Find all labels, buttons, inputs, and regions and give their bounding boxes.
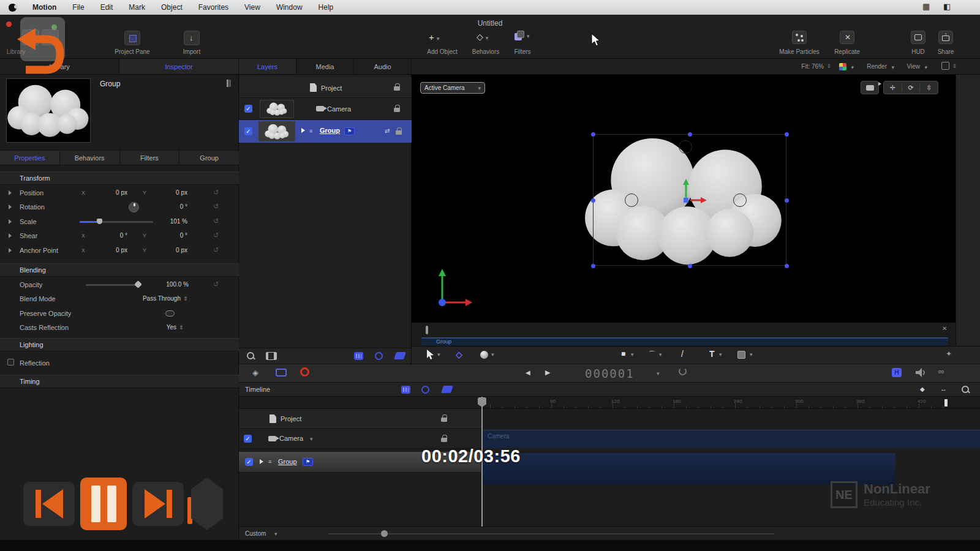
tab-properties[interactable]: Properties: [0, 151, 60, 165]
scale-slider-knob[interactable]: [97, 219, 102, 224]
play-button[interactable]: ▶: [545, 369, 550, 377]
disclosure-icon[interactable]: [9, 190, 12, 195]
menu-motion[interactable]: Motion: [32, 3, 56, 12]
opacity-field[interactable]: 100.0 %: [154, 281, 189, 288]
reset-icon[interactable]: ↺: [213, 231, 219, 239]
opacity-slider-knob[interactable]: [134, 280, 142, 288]
anchor-x-field[interactable]: 0 px: [98, 247, 127, 253]
rotation-field[interactable]: 0 °: [158, 203, 187, 210]
keyframe-toggle-icon[interactable]: ◆: [920, 386, 925, 392]
rect-tool-icon[interactable]: ■: [621, 350, 625, 358]
project-pane-button[interactable]: [124, 31, 140, 45]
view-menu[interactable]: View: [907, 63, 921, 70]
menu-help[interactable]: Help: [318, 3, 334, 12]
menu-file[interactable]: File: [72, 3, 84, 12]
timeline-layer-name[interactable]: Group: [278, 458, 297, 465]
camera-keyframe-icon[interactable]: [276, 369, 287, 377]
render-menu[interactable]: Render: [867, 63, 887, 70]
shear-y-field[interactable]: 0 °: [158, 232, 187, 239]
rotation-handle[interactable]: [625, 193, 638, 207]
rotation-dial[interactable]: [129, 202, 139, 212]
orbit-tool-icon[interactable]: ⟳: [902, 84, 921, 92]
camera-track-bar[interactable]: Camera: [483, 430, 980, 448]
tab-group[interactable]: Group: [179, 151, 239, 165]
reset-icon[interactable]: ↺: [213, 246, 219, 254]
disclosure-icon[interactable]: [9, 204, 12, 209]
blending-section-header[interactable]: Blending: [0, 263, 239, 277]
dolly-tool-icon[interactable]: ⇳: [920, 84, 938, 92]
visibility-checkbox[interactable]: ✓: [244, 105, 252, 113]
mini-hud-icon[interactable]: [227, 80, 228, 87]
selection-handle[interactable]: [785, 132, 789, 137]
keyframe-editor-icon[interactable]: H: [892, 368, 902, 377]
import-button[interactable]: ↓: [184, 31, 200, 45]
add-object-button[interactable]: + ▾: [429, 32, 439, 42]
selection-handle[interactable]: [688, 132, 692, 137]
timing-section-header[interactable]: Timing: [0, 375, 239, 388]
skip-forward-button[interactable]: [132, 482, 184, 526]
hud-button[interactable]: [911, 31, 925, 44]
lock-icon[interactable]: [394, 83, 400, 91]
mini-group-bar[interactable]: Group: [421, 337, 948, 345]
opacity-slider-track[interactable]: [86, 284, 140, 286]
position-x-field[interactable]: 0 px: [98, 189, 127, 196]
timeline-zoom-icon[interactable]: [962, 386, 970, 394]
menu-view[interactable]: View: [244, 3, 260, 12]
group-track-bar[interactable]: [483, 453, 895, 485]
skip-back-button[interactable]: [23, 482, 75, 526]
sphere-tool-icon[interactable]: [480, 351, 488, 359]
record-icon[interactable]: [300, 367, 309, 377]
bezier-tool-icon[interactable]: ⌒: [648, 350, 656, 361]
ruler-end-marker[interactable]: [944, 399, 948, 407]
layer-row-project[interactable]: Project: [239, 77, 412, 98]
apple-menu-icon[interactable]: [9, 4, 17, 12]
menu-edit[interactable]: Edit: [100, 3, 113, 12]
menu-mark[interactable]: Mark: [129, 3, 145, 12]
reflection-checkbox[interactable]: [7, 359, 14, 365]
share-button[interactable]: ↑: [938, 31, 953, 44]
color-swatch[interactable]: [839, 63, 846, 70]
timecode-display[interactable]: 000001: [585, 367, 635, 380]
tab-audio[interactable]: Audio: [354, 59, 412, 74]
reset-icon[interactable]: ↺: [213, 280, 219, 288]
tab-layers[interactable]: Layers: [239, 59, 296, 74]
fit-timeline-icon[interactable]: ↔: [940, 385, 947, 392]
disclosure-icon[interactable]: [301, 128, 305, 133]
mini-playhead[interactable]: [426, 326, 428, 334]
tab-inspector[interactable]: Inspector: [119, 59, 239, 74]
audio-icon[interactable]: [916, 368, 927, 377]
show-layers-icon[interactable]: [441, 386, 453, 393]
search-icon[interactable]: [247, 352, 255, 361]
scale-field[interactable]: 101 %: [158, 218, 187, 225]
menu-favorites[interactable]: Favorites: [198, 3, 228, 12]
layer-row-camera[interactable]: ✓ Camera: [239, 98, 412, 120]
behaviors-button[interactable]: ◇ ▾: [477, 32, 488, 42]
select-tool-icon[interactable]: [426, 350, 434, 360]
menubar-status-icon-2[interactable]: ◧: [943, 2, 951, 11]
selection-handle[interactable]: [591, 132, 595, 137]
lighting-section-header[interactable]: Lighting: [0, 338, 239, 351]
show-rigs-icon[interactable]: [421, 386, 429, 394]
disclosure-icon[interactable]: [260, 459, 263, 464]
layout-grid-icon[interactable]: [941, 62, 949, 70]
text-tool-icon[interactable]: T: [709, 349, 715, 359]
transform-3d-tool-icon[interactable]: ◇: [456, 350, 462, 359]
blend-mode-select[interactable]: Pass Through: [126, 295, 181, 302]
tab-behaviors[interactable]: Behaviors: [60, 151, 120, 165]
position-y-field[interactable]: 0 px: [158, 189, 187, 196]
object-axis-gizmo[interactable]: [675, 176, 712, 206]
tab-media[interactable]: Media: [296, 59, 354, 74]
layer-name-editing[interactable]: Group: [320, 127, 340, 134]
rotation-handle[interactable]: [679, 140, 692, 154]
new-group-icon[interactable]: [354, 352, 363, 360]
casts-reflection-select[interactable]: Yes: [147, 324, 176, 331]
selection-handle[interactable]: [688, 264, 692, 268]
menu-object[interactable]: Object: [161, 3, 183, 12]
loop-refresh-icon[interactable]: [679, 367, 687, 375]
transform-section-header[interactable]: Transform: [0, 171, 239, 185]
disclosure-icon[interactable]: [9, 233, 12, 238]
mask-tool-icon[interactable]: [737, 351, 745, 359]
selection-handle[interactable]: [591, 264, 595, 268]
link-icon[interactable]: ⇄: [385, 127, 390, 134]
anchor-y-field[interactable]: 0 px: [158, 247, 187, 253]
